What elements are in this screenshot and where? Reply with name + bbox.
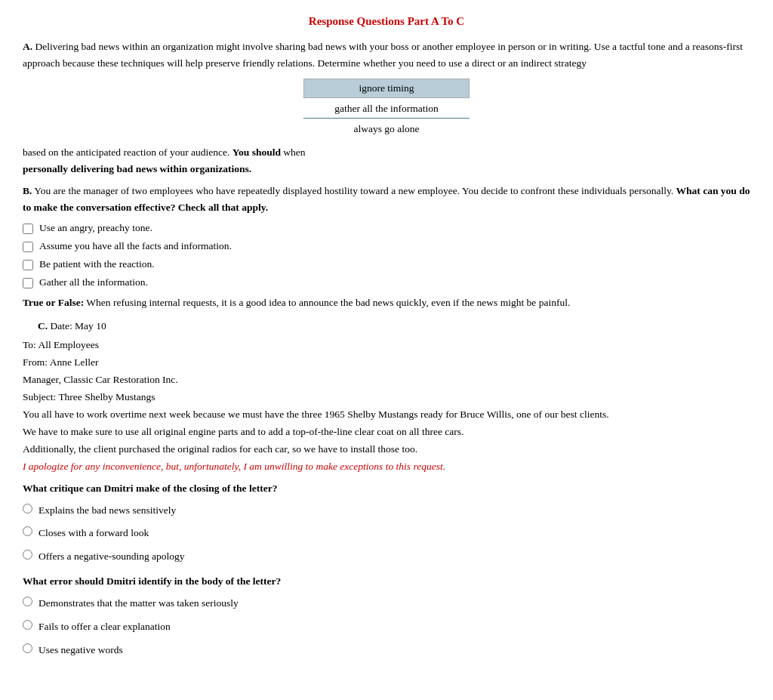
- body-radio-label-3: Uses negative words: [38, 642, 123, 659]
- checkbox-4[interactable]: [23, 278, 33, 288]
- question-a-text2-part1: based on the anticipated reaction of you…: [23, 146, 229, 158]
- question-a-text2-when: when: [283, 146, 305, 158]
- question-c-subject: Subject: Three Shelby Mustangs: [23, 389, 750, 406]
- checkbox-group: Use an angry, preachy tone. Assume you h…: [23, 222, 750, 288]
- body-radio-item-1: Demonstrates that the matter was taken s…: [23, 595, 750, 612]
- checkbox-item-1: Use an angry, preachy tone.: [23, 222, 750, 234]
- closing-radio-item-2: Closes with a forward look: [23, 525, 750, 542]
- question-b-section: B. You are the manager of two employees …: [23, 183, 750, 215]
- question-b-text: You are the manager of two employees who…: [34, 185, 673, 196]
- body-radio-3[interactable]: [23, 643, 32, 653]
- checkbox-label-4: Gather all the information.: [39, 276, 148, 288]
- question-c-body1: You all have to work overtime next week …: [23, 406, 750, 424]
- closing-radio-group: Explains the bad news sensitively Closes…: [23, 502, 750, 566]
- closing-radio-3[interactable]: [23, 550, 32, 560]
- question-c-body2: We have to make sure to use all original…: [23, 424, 750, 441]
- body-radio-item-2: Fails to offer a clear explanation: [23, 618, 750, 636]
- checkbox-1[interactable]: [23, 224, 33, 234]
- checkbox-2[interactable]: [23, 242, 33, 252]
- body-radio-item-3: Uses negative words: [23, 642, 750, 659]
- question-c-label: C.: [38, 320, 51, 331]
- closing-radio-item-1: Explains the bad news sensitively: [23, 502, 750, 520]
- question-c-body4-italic: I apologize for any inconvenience, but, …: [23, 458, 750, 476]
- body-radio-group: Demonstrates that the matter was taken s…: [23, 595, 750, 659]
- closing-radio-label-3: Offers a negative-sounding apology: [38, 548, 185, 566]
- question-c-label-line: C. Date: May 10: [38, 318, 750, 335]
- true-false-section: True or False: When refusing internal re…: [23, 294, 750, 311]
- dropdown-option-1[interactable]: ignore timing: [303, 79, 470, 98]
- question-c-manager: Manager, Classic Car Restoration Inc.: [23, 372, 750, 389]
- question-b-label: B.: [23, 185, 32, 196]
- question-a-label: A.: [23, 41, 32, 52]
- dropdown-option-3[interactable]: always go alone: [303, 120, 470, 138]
- question-a-body1: Delivering bad news within an organizati…: [23, 41, 743, 69]
- body-radio-2[interactable]: [23, 620, 32, 630]
- question-c-from: From: Anne Leller: [23, 354, 750, 372]
- question-a-text: A. Delivering bad news within an organiz…: [23, 39, 750, 71]
- checkbox-item-2: Assume you have all the facts and inform…: [23, 240, 750, 252]
- body-radio-1[interactable]: [23, 597, 32, 606]
- question-c-to: To: All Employees: [23, 337, 750, 354]
- closing-radio-1[interactable]: [23, 504, 32, 513]
- closing-radio-2[interactable]: [23, 526, 32, 536]
- checkbox-label-2: Assume you have all the facts and inform…: [39, 240, 232, 252]
- true-false-label: True or False:: [23, 297, 84, 308]
- question-a-text2-bold2: personally delivering bad news within or…: [23, 163, 251, 174]
- closing-radio-label-2: Closes with a forward look: [38, 525, 149, 542]
- question-c-section: C. Date: May 10 To: All Employees From: …: [23, 318, 750, 659]
- question-a-section: A. Delivering bad news within an organiz…: [23, 39, 750, 177]
- dropdown-option-2[interactable]: gather all the information: [303, 100, 470, 119]
- checkbox-item-3: Be patient with the reaction.: [23, 258, 750, 270]
- true-false-text: When refusing internal requests, it is a…: [84, 297, 570, 308]
- dropdown-options: ignore timing gather all the information…: [23, 79, 750, 138]
- closing-radio-label-1: Explains the bad news sensitively: [38, 502, 176, 520]
- question-a-text2-bold: You should: [233, 146, 281, 158]
- closing-radio-item-3: Offers a negative-sounding apology: [23, 548, 750, 566]
- body-radio-label-2: Fails to offer a clear explanation: [38, 618, 171, 636]
- closing-question: What critique can Dmitri make of the clo…: [23, 480, 750, 498]
- question-c-body3: Additionally, the client purchased the o…: [23, 441, 750, 458]
- checkbox-3[interactable]: [23, 260, 33, 270]
- page-title: Response Questions Part A To C: [23, 15, 750, 28]
- checkbox-item-4: Gather all the information.: [23, 276, 750, 288]
- checkbox-label-3: Be patient with the reaction.: [39, 258, 155, 270]
- body-question: What error should Dmitri identify in the…: [23, 573, 750, 591]
- question-a-continuation: based on the anticipated reaction of you…: [23, 144, 750, 177]
- checkbox-label-1: Use an angry, preachy tone.: [39, 222, 152, 234]
- body-radio-label-1: Demonstrates that the matter was taken s…: [38, 595, 239, 612]
- question-c-date: Date: May 10: [51, 320, 106, 331]
